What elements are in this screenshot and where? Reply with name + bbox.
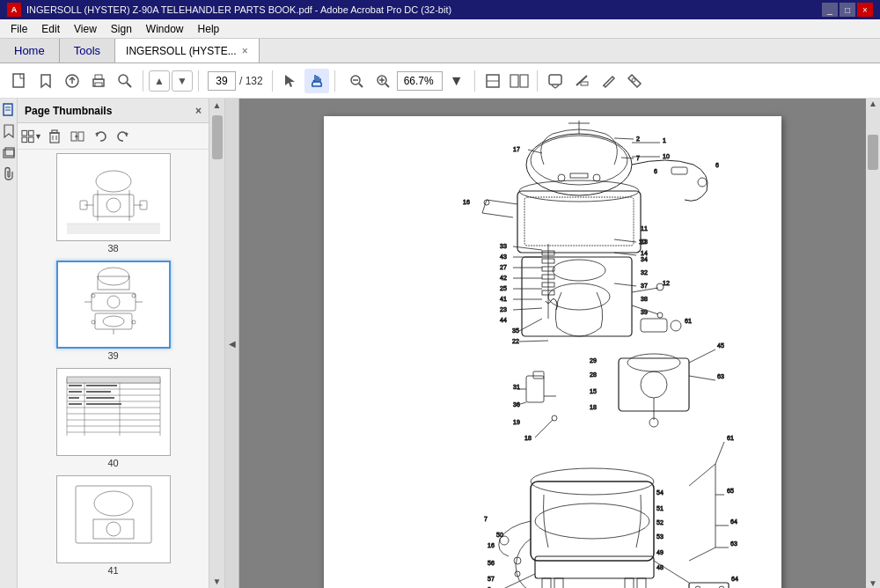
thumbnails-close-button[interactable]: × [195, 105, 202, 117]
tab-tools[interactable]: Tools [60, 39, 115, 62]
svg-rect-171 [526, 376, 544, 402]
tab-close-button[interactable]: × [242, 45, 248, 57]
print-button[interactable] [86, 69, 111, 93]
svg-rect-89 [69, 391, 82, 393]
svg-rect-111 [671, 167, 687, 174]
svg-text:35: 35 [512, 327, 519, 334]
upload-button[interactable] [60, 69, 84, 93]
collapse-sidebar-button[interactable]: ◀ [225, 99, 239, 588]
svg-line-182 [689, 349, 715, 363]
svg-text:42: 42 [500, 275, 507, 281]
thumbnails-title: Page Thumbnails [25, 105, 112, 117]
tn-delete-button[interactable] [44, 126, 65, 147]
svg-text:43: 43 [500, 254, 507, 260]
svg-text:44: 44 [500, 317, 507, 323]
sidebar-icon-layers[interactable] [1, 144, 17, 160]
tn-rotate-ccw-button[interactable] [90, 126, 111, 147]
hand-tool-button[interactable] [304, 69, 329, 93]
thumbnails-scroll[interactable]: 38 [18, 150, 209, 588]
zoom-out-button[interactable] [344, 69, 369, 93]
svg-text:10: 10 [639, 239, 646, 245]
svg-line-143 [519, 319, 542, 331]
svg-text:33: 33 [500, 243, 507, 249]
svg-text:56: 56 [488, 560, 495, 566]
doc-scroll-up[interactable]: ▲ [869, 99, 877, 108]
scroll-down-arrow[interactable]: ▼ [209, 575, 224, 588]
reading-mode-button[interactable] [507, 69, 532, 93]
svg-rect-5 [95, 83, 102, 86]
fit-page-button[interactable] [480, 69, 505, 93]
svg-point-234 [558, 174, 565, 181]
svg-text:51: 51 [656, 505, 664, 511]
scroll-up-arrow[interactable]: ▲ [209, 99, 224, 112]
thumbnails-header: Page Thumbnails × [18, 99, 209, 123]
sidebar-icon-attach[interactable] [1, 165, 17, 181]
draw-button[interactable] [596, 69, 620, 93]
svg-line-144 [519, 341, 548, 342]
thumbnail-40[interactable]: 40 [21, 368, 205, 468]
tn-size-button[interactable]: ▼ [21, 126, 42, 147]
thumbnail-41[interactable]: 41 [21, 475, 205, 576]
menu-window[interactable]: Window [139, 21, 191, 37]
page-prev-button[interactable]: ▲ [149, 70, 170, 92]
menu-file[interactable]: File [4, 21, 34, 37]
close-button[interactable]: × [857, 3, 873, 17]
tn-rotate-cw-button[interactable] [113, 126, 134, 147]
svg-rect-33 [22, 136, 27, 142]
stamp-button[interactable] [622, 69, 647, 93]
svg-text:37: 37 [641, 283, 648, 289]
menu-sign[interactable]: Sign [104, 21, 139, 37]
svg-text:63: 63 [717, 373, 724, 379]
doc-scroll-thumb[interactable] [868, 135, 878, 170]
zoom-in-button[interactable] [370, 69, 395, 93]
tab-document[interactable]: INGERSOLL (HYSTE... × [115, 39, 260, 62]
scroll-thumb[interactable] [212, 115, 223, 159]
sidebar-icon-bookmark[interactable] [1, 123, 17, 139]
thumbnail-img-40 [56, 368, 171, 456]
svg-text:54: 54 [656, 489, 664, 496]
svg-text:7: 7 [484, 516, 488, 522]
svg-rect-216 [535, 556, 654, 578]
svg-rect-217 [542, 578, 551, 588]
svg-text:10: 10 [663, 153, 670, 159]
svg-marker-8 [285, 75, 295, 87]
thumbnail-38[interactable]: 38 [21, 153, 205, 254]
svg-rect-88 [86, 385, 117, 386]
menu-help[interactable]: Help [191, 21, 227, 37]
maximize-button[interactable]: □ [840, 3, 855, 17]
minimize-button[interactable]: _ [822, 3, 838, 17]
svg-line-15 [385, 84, 389, 87]
tab-bar: Home Tools INGERSOLL (HYSTE... × [0, 39, 880, 63]
svg-text:65: 65 [727, 488, 734, 494]
search-button[interactable] [113, 69, 137, 93]
thumbnail-39[interactable]: 39 [21, 261, 205, 361]
svg-rect-30 [5, 148, 14, 156]
svg-rect-220 [637, 578, 646, 588]
menu-edit[interactable]: Edit [34, 21, 67, 37]
panel-scrollbar[interactable]: ▲ ▼ [209, 99, 225, 588]
sidebar-icon-page[interactable] [1, 102, 17, 118]
thumbnail-img-41 [56, 475, 171, 563]
highlight-button[interactable] [569, 69, 594, 93]
left-sidebar [0, 99, 18, 588]
comment-button[interactable] [543, 69, 568, 93]
separator-2 [198, 70, 199, 92]
page-number-input[interactable] [208, 71, 236, 91]
thumbnail-img-39 [56, 261, 171, 349]
select-tool-button[interactable] [278, 69, 303, 93]
new-file-button[interactable] [7, 69, 32, 93]
svg-text:32: 32 [641, 269, 648, 276]
page-next-button[interactable]: ▼ [172, 70, 193, 92]
zoom-level-input[interactable] [397, 71, 443, 91]
svg-point-194 [535, 503, 649, 539]
tab-home[interactable]: Home [0, 39, 60, 62]
tn-insert-button[interactable] [67, 126, 88, 147]
svg-rect-93 [69, 403, 82, 405]
bookmark-button[interactable] [33, 69, 58, 93]
doc-scrollbar[interactable]: ▲ ▼ [866, 99, 880, 588]
zoom-dropdown-button[interactable]: ▼ [444, 69, 469, 93]
menu-view[interactable]: View [67, 21, 104, 37]
doc-viewer[interactable]: 2 7 17 6 6 [239, 99, 866, 588]
doc-scroll-down[interactable]: ▼ [869, 578, 877, 588]
thumbnails-panel: Page Thumbnails × ▼ [18, 99, 209, 588]
